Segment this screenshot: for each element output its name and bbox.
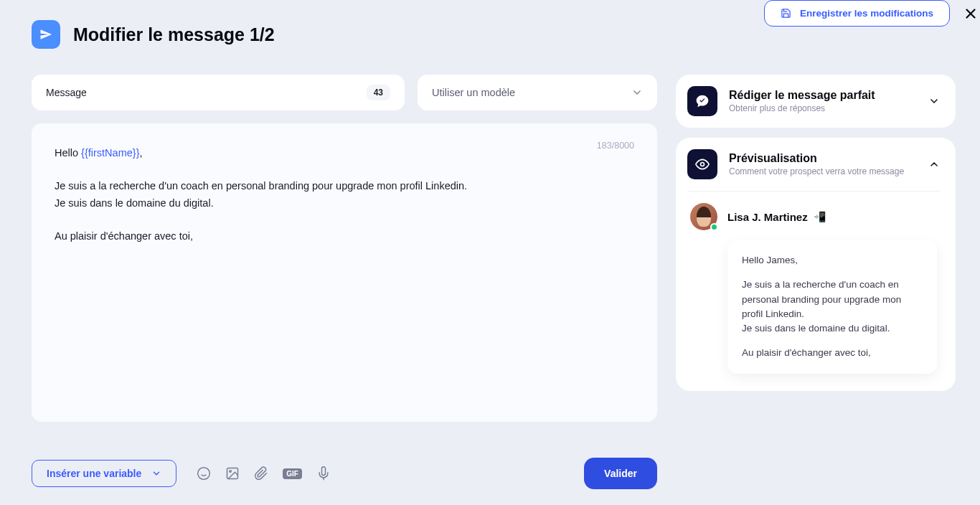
save-button[interactable]: Enregistrer les modifications xyxy=(764,0,950,27)
template-select[interactable]: Utiliser un modèle xyxy=(418,75,657,110)
message-badge: 43 xyxy=(367,85,390,100)
page-header: Modifier le message 1/2 xyxy=(32,20,275,49)
status-dot xyxy=(710,223,718,231)
phone-emoji-icon: 📲 xyxy=(814,211,826,222)
template-select-label: Utiliser un modèle xyxy=(432,87,515,98)
emoji-icon[interactable] xyxy=(197,466,211,481)
tips-card[interactable]: Rédiger le message parfait Obtenir plus … xyxy=(676,75,956,128)
char-count: 183/8000 xyxy=(597,141,634,151)
editor-content: Hello {{firstName}}, Je suis a la recher… xyxy=(55,145,634,245)
svg-point-8 xyxy=(701,163,705,166)
tips-subtitle: Obtenir plus de réponses xyxy=(729,103,917,113)
preview-card-header[interactable]: Prévisualisation Comment votre prospect … xyxy=(687,149,940,179)
avatar xyxy=(690,203,717,230)
save-button-label: Enregistrer les modifications xyxy=(800,8,933,19)
svg-point-6 xyxy=(230,471,232,473)
preview-title: Prévisualisation xyxy=(729,152,917,165)
close-icon[interactable] xyxy=(963,6,980,22)
message-editor[interactable]: 183/8000 Hello {{firstName}}, Je suis a … xyxy=(32,123,657,422)
insert-variable-label: Insérer une variable xyxy=(47,468,141,479)
send-icon xyxy=(32,20,60,49)
chevron-down-icon xyxy=(928,95,940,107)
preview-person-name: Lisa J. Martinez 📲 xyxy=(727,211,826,223)
eye-icon xyxy=(687,149,717,179)
validate-button[interactable]: Valider xyxy=(584,458,657,489)
gif-icon[interactable]: GIF xyxy=(283,468,302,479)
image-icon[interactable] xyxy=(225,466,240,481)
preview-subtitle: Comment votre prospect verra votre messa… xyxy=(729,166,917,176)
chevron-down-icon xyxy=(631,87,643,98)
message-label: Message xyxy=(46,87,87,98)
chat-check-icon xyxy=(687,86,717,116)
svg-point-2 xyxy=(198,468,210,480)
preview-card: Prévisualisation Comment votre prospect … xyxy=(676,138,956,391)
message-label-box: Message 43 xyxy=(32,75,405,110)
attachment-icon[interactable] xyxy=(254,466,268,481)
microphone-icon[interactable] xyxy=(316,466,331,481)
tips-title: Rédiger le message parfait xyxy=(729,89,917,102)
save-icon xyxy=(781,8,791,19)
chevron-up-icon xyxy=(928,159,940,170)
insert-variable-button[interactable]: Insérer une variable xyxy=(32,460,176,487)
preview-message-bubble: Hello James, Je suis a la recherche d'un… xyxy=(727,240,937,374)
variable-token: {{firstName}} xyxy=(81,147,139,159)
page-title: Modifier le message 1/2 xyxy=(73,24,275,45)
chevron-down-icon xyxy=(151,468,161,478)
